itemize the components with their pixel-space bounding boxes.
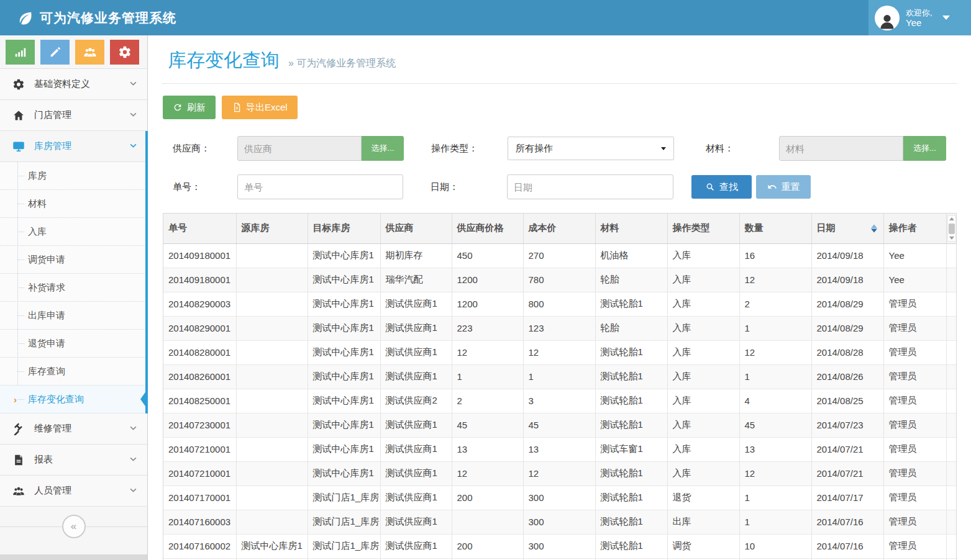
supplier-input[interactable] [237,136,362,161]
table-body: 201409180001测试中心库房1期初库存450270机油格入库162014… [163,243,957,560]
sidebar-subitem[interactable]: ›库存变化查询 [0,386,147,413]
excel-file-icon [232,102,242,112]
chevron-down-icon [129,423,137,434]
sidebar-subitem[interactable]: 库存查询 [0,358,147,386]
table-cell [236,485,308,510]
table-cell: 10 [739,534,811,558]
operation-type-select[interactable]: 所有操作 [508,137,674,160]
table-cell: 测试轮胎1 [595,389,667,413]
date-input[interactable] [507,174,673,199]
material-pick-button[interactable]: 选择... [903,136,946,161]
scroll-up-icon[interactable] [949,217,954,220]
table-cell: 201408290003 [163,292,236,316]
table-cell: 测试中心库房1 [308,316,380,340]
table-cell: 270 [523,243,595,268]
col-header-operator: 操作者 [883,214,946,243]
table-scrollbar[interactable] [946,214,957,243]
table-cell: 管理员 [883,437,946,461]
table-row[interactable]: 201408290001测试中心库房1测试供应商1223123轮胎入库12014… [163,316,957,340]
table-cell: 223 [452,316,523,340]
bar-chart-tile[interactable] [6,40,35,65]
table-cell: 测试供应商1 [380,364,452,389]
table-row[interactable]: 201407170001测试门店1_库房测试供应商1200300测试轮胎1退货1… [163,485,957,510]
users-icon [83,45,97,59]
gears-tile[interactable] [110,40,139,65]
sidebar-item-warehouse-mgmt[interactable]: 库房管理 [0,131,147,162]
table-cell: 201408250001 [163,389,236,413]
material-label: 材料： [706,143,779,155]
operation-type-value: 所有操作 [516,143,553,155]
pencil-tile[interactable] [40,40,70,65]
sidebar-subitem[interactable]: 材料 [0,190,147,218]
table-cell: 测试供应商1 [380,485,452,510]
supplier-pick-button[interactable]: 选择... [362,136,404,161]
inventory-change-table: 单号 源库房 目标库房 供应商 供应商价格 成本价 材料 操作类型 数量 日期 … [163,213,957,560]
sidebar-subitem[interactable]: 出库申请 [0,302,147,330]
scrollbar-gutter [946,292,957,316]
gears-icon [118,45,132,59]
table-row[interactable]: 201407230001测试中心库房1测试供应商14545测试轮胎1入库4520… [163,413,957,437]
sidebar-item-base-data[interactable]: 基础资料定义 [0,69,147,100]
users-tile[interactable] [75,40,104,65]
search-button[interactable]: 查找 [691,175,752,199]
user-menu[interactable]: 欢迎你, Yee [868,0,971,35]
sidebar-subitem[interactable]: 补货请求 [0,274,147,302]
submenu-warehouse: 库房材料入库调货申请补货请求出库申请退货申请库存查询›库存变化查询 [0,162,147,413]
chevron-down-icon [129,110,137,120]
sidebar-subitem[interactable]: 退货申请 [0,330,147,358]
vertical-scrollbar[interactable] [947,215,956,242]
col-header-supplier: 供应商 [380,214,452,243]
table-cell: 2014/07/21 [811,461,883,485]
table-row[interactable]: 201407210001测试中心库房1测试供应商11212测试轮胎1入库1220… [163,461,957,485]
table-cell: 管理员 [883,389,946,413]
order-no-input[interactable] [237,174,403,199]
refresh-button[interactable]: 刷新 [163,96,216,119]
table-cell: 13 [452,437,523,461]
table-cell: 12 [452,461,523,485]
material-input[interactable] [779,136,903,161]
table-row[interactable]: 201408280001测试中心库房1测试供应商11212测试轮胎1入库1220… [163,340,957,364]
scroll-down-icon[interactable] [949,237,954,240]
sort-icon[interactable] [871,224,877,232]
table-row[interactable]: 201408250001测试中心库房1测试供应商223测试轮胎1入库42014/… [163,389,957,413]
table-cell: 2014/07/21 [811,437,883,461]
sidebar-subitem[interactable]: 调货申请 [0,246,147,274]
col-header-date[interactable]: 日期 [811,214,883,243]
sidebar-item-personnel[interactable]: 人员管理 [0,476,147,507]
table-row[interactable]: 201408260001测试中心库房1测试供应商111测试轮胎1入库12014/… [163,364,957,389]
table-cell: 测试中心库房1 [308,364,380,389]
table-row[interactable]: 201407160003测试门店1_库房测试供应商1300测试轮胎1出库1201… [163,510,957,534]
sidebar-item-reports[interactable]: 报表 [0,445,147,476]
report-icon [12,454,25,466]
table-cell: 管理员 [883,510,946,534]
table-cell: 瑞华汽配 [380,268,452,292]
collapse-sidebar-button[interactable]: « [62,515,86,538]
table-row[interactable]: 201407160002测试中心库房1测试门店1_库房测试供应商1200300测… [163,534,957,558]
table-cell: 管理员 [883,461,946,485]
table-cell: 45 [739,413,811,437]
table-cell: 测试供应商2 [380,389,452,413]
table-row[interactable]: 201409180001测试中心库房1瑞华汽配1200780轮胎入库122014… [163,268,957,292]
table-cell: 测试供应商1 [380,510,452,534]
export-excel-button[interactable]: 导出Excel [222,96,298,119]
sidebar-item-stores[interactable]: 门店管理 [0,100,147,131]
sidebar-menu: 基础资料定义 门店管理 库房管理 库房材料入库调货申请补货请求出库申请退货申请库… [0,68,147,507]
table-row[interactable]: 201409180001测试中心库房1期初库存450270机油格入库162014… [163,243,957,268]
table-row[interactable]: 201408290003测试中心库房1测试供应商11200800测试轮胎1入库2… [163,292,957,316]
scrollbar-gutter [946,389,957,413]
table-cell: 780 [523,268,595,292]
table-cell: 机油格 [595,243,667,268]
reset-button[interactable]: 重置 [756,175,811,199]
scroll-thumb[interactable] [949,224,955,234]
sidebar-subitem[interactable]: 入库 [0,218,147,246]
welcome-prefix: 欢迎你, [906,8,932,18]
table-cell: 300 [523,485,595,510]
table-cell: 800 [523,292,595,316]
table-row[interactable]: 201407210001测试中心库房1测试供应商11313测试车窗1入库1320… [163,437,957,461]
sidebar-subitem[interactable]: 库房 [0,162,147,190]
table-cell: 测试中心库房1 [308,437,380,461]
sidebar-item-repair-mgmt[interactable]: 维修管理 [0,413,147,445]
table-cell: 测试轮胎1 [595,340,667,364]
table-cell: 300 [523,510,595,534]
supplier-label: 供应商： [163,143,237,155]
